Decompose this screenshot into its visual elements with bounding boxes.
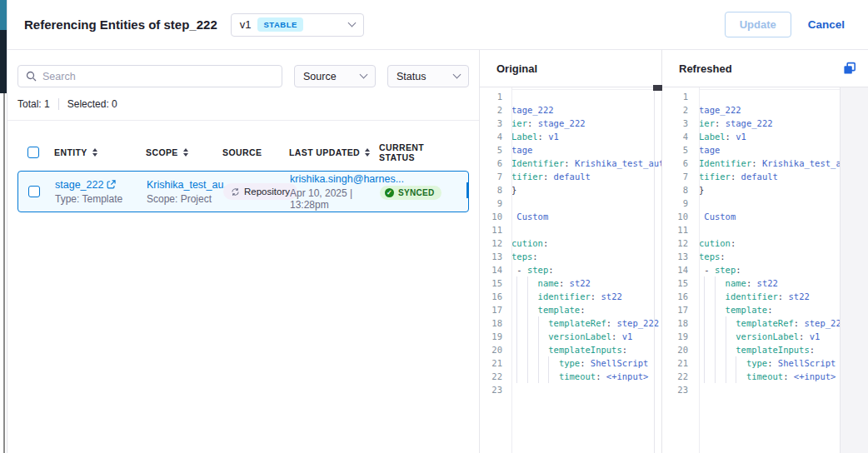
- referencing-entities-dialog: Referencing Entities of step_222 v1 STAB…: [0, 0, 868, 453]
- line-content: [508, 197, 661, 210]
- code-line: 6Identifier: Krishika_test_autocreation: [662, 157, 868, 170]
- column-header-scope[interactable]: SCOPE: [146, 147, 222, 157]
- original-pane: Original 12tage_2223ier: stage_2224Label…: [480, 50, 661, 453]
- code-line: 8}: [480, 183, 661, 197]
- editor-top-line: [512, 89, 655, 90]
- line-number: 23: [480, 383, 508, 396]
- line-number: 2: [662, 103, 696, 117]
- line-content: identifier: st22: [508, 290, 661, 303]
- chevron-right-icon[interactable]: [466, 182, 468, 198]
- line-number: 21: [662, 356, 696, 370]
- status-filter-label: Status: [397, 71, 426, 82]
- chevron-down-icon: [360, 71, 368, 79]
- code-line: 21 type: ShellScript: [662, 356, 868, 370]
- line-number: 11: [662, 223, 696, 236]
- code-line: 5tage: [480, 143, 661, 157]
- code-line: 19 versionLabel: v1: [480, 330, 661, 343]
- line-number: 22: [480, 370, 508, 383]
- code-line: 21 type: ShellScript: [480, 356, 661, 370]
- code-line: 14 - step:: [662, 263, 868, 276]
- sort-icon[interactable]: [365, 148, 370, 157]
- line-content: tifier: default: [508, 170, 661, 183]
- sort-icon[interactable]: [183, 148, 188, 157]
- code-line: 17 template:: [662, 303, 868, 316]
- line-number: 8: [480, 183, 508, 197]
- code-line: 18 templateRef: step_222: [662, 316, 868, 330]
- column-header-last-updated[interactable]: LAST UPDATED: [289, 147, 379, 157]
- entity-cell: stage_222 Type: Template: [55, 179, 147, 205]
- scrollbar-zone[interactable]: [841, 87, 868, 453]
- code-line: 10 Custom: [480, 210, 661, 223]
- line-number: 14: [662, 263, 696, 276]
- scope-level: Scope: Project: [147, 193, 223, 205]
- code-line: 13teps:: [480, 250, 661, 263]
- code-line: 12cution:: [662, 236, 868, 250]
- column-header-entity[interactable]: ENTITY: [54, 147, 146, 157]
- stable-badge: STABLE: [257, 17, 302, 32]
- sort-icon[interactable]: [92, 148, 97, 157]
- line-content: }: [508, 183, 661, 197]
- refreshed-pane: Refreshed 12tage_2223ier:: [661, 50, 868, 453]
- line-number: 5: [480, 143, 508, 157]
- line-number: 18: [480, 316, 508, 330]
- version-selector[interactable]: v1 STABLE: [231, 13, 364, 37]
- code-line: 22 timeout: <+input>: [480, 370, 661, 383]
- scope-link[interactable]: Krishika_test_au...: [147, 179, 223, 191]
- line-number: 3: [480, 117, 508, 130]
- table-header: ENTITY SCOPE SOURCE LAST UPDATED: [17, 142, 469, 162]
- line-content: tage_222: [508, 103, 661, 117]
- selection-summary: Total: 1 Selected: 0: [7, 87, 479, 110]
- code-line: 20 templateInputs:: [480, 343, 661, 356]
- yaml-diff-pane: Original 12tage_2223ier: stage_2224Label…: [480, 50, 868, 453]
- cancel-button[interactable]: Cancel: [808, 18, 845, 31]
- section-divider: [7, 120, 479, 121]
- select-all-checkbox[interactable]: [27, 147, 39, 158]
- status-filter-dropdown[interactable]: Status: [387, 65, 469, 87]
- summary-divider: [58, 98, 59, 110]
- line-content: Custom: [508, 210, 661, 223]
- line-number: 20: [662, 343, 696, 356]
- code-line: 20 templateInputs:: [662, 343, 868, 356]
- code-line: 8}: [662, 183, 868, 197]
- refreshed-code-editor[interactable]: 12tage_2223ier: stage_2224Label: v15tage…: [662, 87, 868, 453]
- line-number: 17: [480, 303, 508, 316]
- code-line: 2tage_222: [662, 103, 868, 117]
- code-line: 16 identifier: st22: [662, 290, 868, 303]
- update-button[interactable]: Update: [725, 12, 791, 37]
- gutter-divider: [511, 87, 512, 453]
- code-line: 7tifier: default: [662, 170, 868, 183]
- copy-button[interactable]: [843, 62, 856, 75]
- code-line: 23: [480, 383, 661, 396]
- search-input[interactable]: [42, 71, 274, 82]
- selected-count: Selected: 0: [67, 98, 117, 110]
- table-row[interactable]: stage_222 Type: Template Krishika_test_a…: [17, 171, 469, 212]
- line-content: - step:: [508, 263, 661, 276]
- updated-on: Apr 10, 2025 | 13:28pm: [290, 187, 380, 211]
- nav-edge-accent: [0, 0, 7, 30]
- line-number: 11: [480, 223, 508, 236]
- page-title: Referencing Entities of step_222: [24, 17, 217, 32]
- line-number: 12: [662, 236, 696, 250]
- search-box[interactable]: [17, 65, 282, 87]
- updated-by[interactable]: krishika.singh@harnes...: [290, 173, 380, 185]
- entity-link[interactable]: stage_222: [55, 179, 147, 191]
- source-filter-label: Source: [303, 71, 337, 82]
- line-number: 7: [662, 170, 696, 183]
- modal-header: Referencing Entities of step_222 v1 STAB…: [7, 0, 868, 50]
- row-checkbox[interactable]: [28, 186, 40, 197]
- modal-body: Source Status Total: 1 Selected: 0: [7, 50, 868, 453]
- source-filter-dropdown[interactable]: Source: [294, 65, 376, 87]
- gutter-divider: [699, 87, 700, 453]
- diff-sash-handle[interactable]: [653, 85, 662, 91]
- code-line: 4Label: v1: [480, 130, 661, 143]
- original-code-editor[interactable]: 12tage_2223ier: stage_2224Label: v15tage…: [480, 87, 661, 453]
- check-icon: ✓: [385, 188, 394, 197]
- refreshed-title: Refreshed: [679, 62, 732, 75]
- line-number: 17: [662, 303, 696, 316]
- code-line: 18 templateRef: step_222: [480, 316, 661, 330]
- code-line: 9: [480, 197, 661, 210]
- line-number: 20: [480, 343, 508, 356]
- line-number: 2: [480, 103, 508, 117]
- code-line: 2tage_222: [480, 103, 661, 117]
- line-content: templateInputs:: [508, 343, 661, 356]
